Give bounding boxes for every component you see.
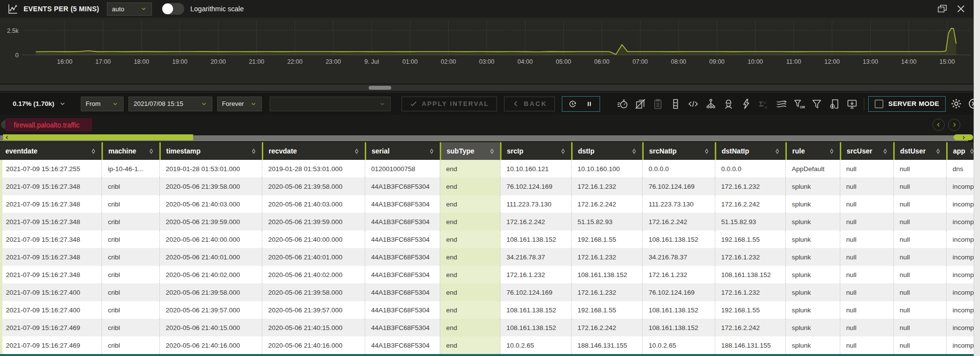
table-cell[interactable]: null	[840, 266, 893, 283]
table-cell[interactable]: null	[840, 178, 893, 195]
table-cell[interactable]: 2020-05-06 21:39:59.000	[159, 213, 262, 230]
table-cell[interactable]: splunk	[785, 178, 840, 195]
table-cell[interactable]: 2021-07-09 15:16:27.469	[0, 336, 101, 354]
table-row[interactable]: 2021-07-09 15:16:27.348cribl2020-05-06 2…	[0, 248, 980, 266]
table-cell[interactable]: 172.16.1.232	[571, 248, 642, 266]
table-cell[interactable]: null	[840, 213, 893, 230]
table-cell[interactable]: 2020-05-06 21:40:15.000	[262, 319, 365, 336]
table-cell[interactable]: null	[840, 319, 893, 336]
column-header-eventdate[interactable]: eventdate	[0, 142, 101, 160]
table-cell[interactable]: 44A1B3FC68F5304	[365, 319, 440, 336]
table-cell[interactable]: null	[893, 266, 946, 283]
table-cell[interactable]: 2020-05-06 21:40:03.000	[262, 195, 365, 213]
back-button[interactable]: BACK	[504, 97, 555, 111]
table-cell[interactable]: cribl	[101, 195, 159, 213]
chart-scrollbar-track[interactable]	[0, 85, 973, 91]
table-cell[interactable]: 2020-05-06 21:39:58.000	[262, 178, 365, 195]
diamond-sort-icon[interactable]	[148, 147, 154, 155]
diamond-sort-icon[interactable]	[489, 147, 495, 155]
table-cell[interactable]: 172.16.1.232	[500, 266, 571, 283]
table-row[interactable]: 2021-07-09 15:16:27.469cribl2020-05-06 2…	[0, 319, 980, 336]
refresh-interval-button[interactable]	[564, 97, 581, 111]
column-header-srcIp[interactable]: srcIp	[500, 142, 571, 160]
table-cell[interactable]: 2019-01-28 01:53:01.000	[159, 160, 262, 178]
table-cell[interactable]: null	[840, 283, 893, 301]
table-cell[interactable]: 51.15.82.93	[571, 213, 642, 230]
diamond-sort-icon[interactable]	[428, 147, 435, 155]
table-cell[interactable]: splunk	[785, 319, 840, 336]
table-cell[interactable]: splunk	[785, 195, 840, 213]
table-cell[interactable]: 111.223.73.130	[642, 195, 715, 213]
table-cell[interactable]: end	[440, 195, 500, 213]
table-row[interactable]: 2021-07-09 15:16:27.348cribl2020-05-06 2…	[0, 266, 980, 283]
log-scale-toggle[interactable]	[162, 3, 184, 15]
table-cell[interactable]: null	[893, 178, 946, 195]
diamond-sort-icon[interactable]	[774, 147, 780, 155]
table-cell[interactable]: null	[840, 160, 893, 178]
table-cell[interactable]: null	[893, 248, 946, 266]
column-header-machine[interactable]: machine	[101, 142, 159, 160]
table-cell[interactable]: end	[440, 160, 500, 178]
table-cell[interactable]: end	[440, 301, 500, 319]
table-cell[interactable]: 172.16.1.232	[715, 248, 785, 266]
table-cell[interactable]: 10.0.2.65	[642, 336, 715, 354]
table-cell[interactable]: 172.16.1.232	[571, 283, 642, 301]
table-cell[interactable]: 172.16.1.232	[642, 266, 715, 283]
table-cell[interactable]: 012001000758	[365, 160, 440, 178]
table-cell[interactable]: 2021-07-09 15:16:27.255	[0, 160, 101, 178]
streams-icon[interactable]	[776, 98, 787, 110]
table-cell[interactable]: null	[840, 248, 893, 266]
table-cell[interactable]: null	[840, 230, 893, 248]
table-cell[interactable]: end	[440, 336, 500, 354]
table-cell[interactable]: end	[440, 178, 500, 195]
table-row[interactable]: 2021-07-09 15:16:27.348cribl2020-05-06 2…	[0, 230, 980, 248]
table-cell[interactable]: cribl	[101, 178, 159, 195]
table-cell[interactable]: cribl	[101, 213, 159, 230]
table-cell[interactable]: 44A1B3FC68F5304	[365, 248, 440, 266]
table-cell[interactable]: 2020-05-06 21:40:01.000	[159, 248, 262, 266]
table-cell[interactable]: 172.16.2.242	[715, 319, 785, 336]
table-cell[interactable]: 2021-07-09 15:16:27.348	[0, 248, 101, 266]
diamond-sort-icon[interactable]	[935, 147, 941, 155]
table-cell[interactable]: 2021-07-09 15:16:27.400	[0, 301, 101, 319]
next-button[interactable]	[948, 119, 960, 131]
table-cell[interactable]: 2021-07-09 15:16:27.348	[0, 178, 101, 195]
table-cell[interactable]: null	[840, 301, 893, 319]
table-row[interactable]: 2021-07-09 15:16:27.469cribl2020-05-06 2…	[0, 336, 980, 354]
table-cell[interactable]: 2020-05-06 21:40:03.000	[159, 195, 262, 213]
prev-button[interactable]	[932, 119, 945, 131]
interval-select[interactable]: auto	[107, 2, 152, 16]
table-cell[interactable]: 2020-05-06 21:39:58.000	[159, 178, 262, 195]
table-cell[interactable]: 2020-05-06 21:39:57.000	[159, 301, 262, 319]
table-cell[interactable]: 2020-05-06 21:40:00.000	[262, 230, 365, 248]
server-mode-checkbox[interactable]	[875, 100, 883, 108]
table-cell[interactable]: 108.161.138.152	[500, 230, 571, 248]
diamond-sort-icon[interactable]	[90, 147, 97, 155]
table-cell[interactable]: end	[440, 319, 500, 336]
table-cell[interactable]: splunk	[785, 336, 840, 354]
table-cell[interactable]: 108.161.138.152	[642, 319, 715, 336]
table-cell[interactable]: null	[893, 230, 946, 248]
diamond-sort-icon[interactable]	[882, 147, 888, 155]
table-cell[interactable]: 44A1B3FC68F5304	[365, 301, 440, 319]
range-select[interactable]: Forever	[217, 97, 262, 111]
table-cell[interactable]: splunk	[785, 230, 840, 248]
filter-icon[interactable]	[811, 98, 823, 110]
table-row[interactable]: 2021-07-09 15:16:27.348cribl2020-05-06 2…	[0, 213, 980, 230]
table-cell[interactable]: null	[893, 195, 946, 213]
inspector-icon[interactable]	[723, 98, 734, 110]
table-cell[interactable]: cribl	[101, 301, 159, 319]
table-row[interactable]: 2021-07-09 15:16:27.255ip-10-46-1...2019…	[0, 160, 980, 178]
server-mode-button[interactable]: SERVER MODE	[868, 96, 946, 112]
table-cell[interactable]: 2020-05-06 21:39:58.000	[262, 283, 365, 301]
column-header-srcNatIp[interactable]: srcNatIp	[642, 142, 715, 160]
table-cell[interactable]: 172.16.1.232	[715, 178, 785, 195]
table-cell[interactable]: end	[440, 266, 500, 283]
table-cell[interactable]: 2019-01-28 01:53:01.000	[262, 160, 365, 178]
table-cell[interactable]: 172.16.2.242	[500, 213, 571, 230]
column-header-dstIp[interactable]: dstIp	[571, 142, 642, 160]
table-cell[interactable]: splunk	[785, 266, 840, 283]
column-header-rule[interactable]: rule	[785, 142, 840, 160]
table-cell[interactable]: end	[440, 248, 500, 266]
table-cell[interactable]: 108.161.138.152	[500, 301, 571, 319]
